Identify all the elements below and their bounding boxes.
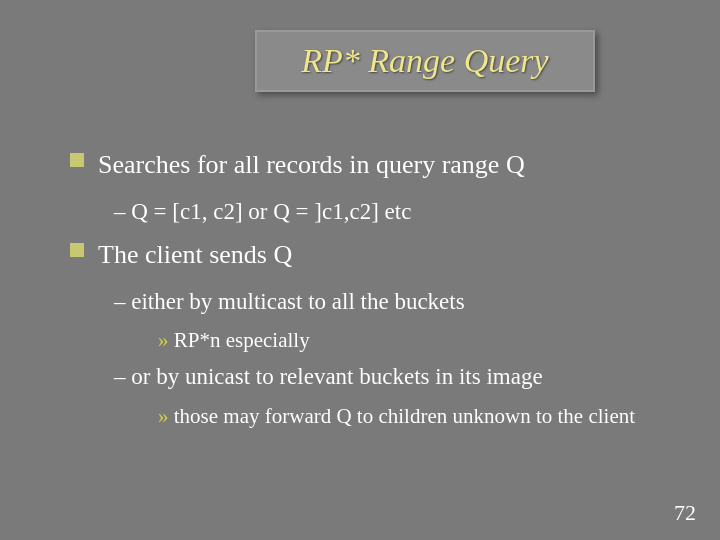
slide-title: RP* Range Query [301, 42, 548, 79]
bullet-2-sub2-sub1: those may forward Q to children unknown … [70, 402, 680, 431]
bullet-1: Searches for all records in query range … [70, 148, 680, 182]
bullet-2-sub1-sub1: RP*n especially [70, 326, 680, 355]
bullet-1-sub1-text: Q = [c1, c2] or Q = ]c1,c2] etc [131, 199, 411, 224]
bullet-2: The client sends Q [70, 238, 680, 272]
bullet-1-text: Searches for all records in query range … [98, 148, 525, 182]
bullet-2-sub2-sub1-text: those may forward Q to children unknown … [174, 404, 635, 428]
slide-content: Searches for all records in query range … [40, 148, 680, 431]
bullet-2-sub1-text: either by multicast to all the buckets [131, 289, 464, 314]
slide: RP* Range Query Searches for all records… [0, 0, 720, 540]
title-box: RP* Range Query [255, 30, 595, 92]
bullet-2-sub1: either by multicast to all the buckets [70, 286, 680, 318]
page-number: 72 [674, 500, 696, 526]
bullet-1-sub1: Q = [c1, c2] or Q = ]c1,c2] etc [70, 196, 680, 228]
bullet-icon-2 [70, 243, 84, 257]
bullet-2-sub2-text: or by unicast to relevant buckets in its… [131, 364, 542, 389]
bullet-icon-1 [70, 153, 84, 167]
title-wrapper: RP* Range Query [40, 20, 680, 122]
bullet-2-sub2: or by unicast to relevant buckets in its… [70, 361, 680, 393]
bullet-2-sub1-sub1-text: RP*n especially [174, 328, 310, 352]
bullet-2-text: The client sends Q [98, 238, 292, 272]
